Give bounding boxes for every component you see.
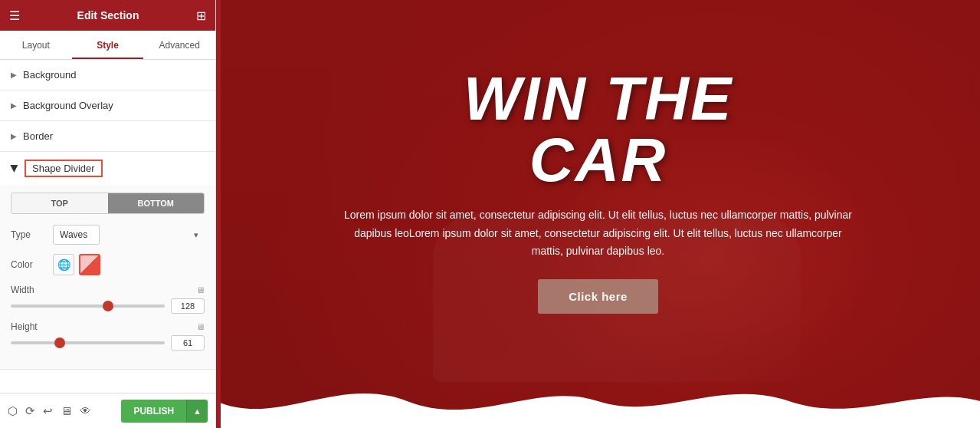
height-slider[interactable] [11, 341, 165, 344]
shape-divider-content: TOP BOTTOM Type None Waves Tilt Triangle… [0, 185, 215, 369]
shape-divider-header[interactable]: ▶ Shape Divider [0, 152, 215, 185]
chevron-icon-3: ▶ [11, 132, 17, 140]
color-swatch[interactable] [79, 254, 100, 275]
border-header[interactable]: ▶ Border [0, 121, 215, 151]
color-label: Color [11, 259, 53, 270]
left-panel: ☰ Edit Section ⊞ Layout Style Advanced ▶… [0, 0, 216, 428]
history-icon[interactable]: ⟳ [25, 404, 35, 418]
width-slider[interactable] [11, 305, 165, 308]
width-value[interactable] [171, 298, 205, 314]
color-row: Color 🌐 [11, 254, 205, 275]
panel-tabs: Layout Style Advanced [0, 31, 215, 60]
grid-icon[interactable]: ⊞ [196, 8, 206, 23]
width-section: Width 🖥 [11, 285, 205, 314]
height-slider-row [11, 335, 205, 351]
chevron-icon-4: ▶ [9, 165, 21, 173]
background-overlay-section: ▶ Background Overlay [0, 91, 215, 121]
panel-title: Edit Section [77, 9, 139, 21]
desktop-icon[interactable]: 🖥 [61, 404, 72, 417]
toggle-top[interactable]: TOP [11, 193, 108, 213]
monitor-icon-height: 🖥 [196, 322, 205, 331]
background-overlay-header[interactable]: ▶ Background Overlay [0, 91, 215, 120]
background-label: Background [23, 69, 76, 81]
tab-style[interactable]: Style [72, 31, 144, 59]
shape-divider-label: Shape Divider [25, 160, 103, 177]
height-label: Height [11, 321, 193, 332]
border-section: ▶ Border [0, 121, 215, 152]
title-line2: CAR [529, 126, 667, 194]
tab-layout[interactable]: Layout [0, 31, 72, 59]
type-label: Type [11, 229, 53, 240]
chevron-icon-2: ▶ [11, 101, 17, 110]
height-label-row: Height 🖥 [11, 321, 205, 332]
toggle-bottom[interactable]: BOTTOM [108, 193, 205, 213]
canvas-left-border [216, 0, 221, 428]
main-description: Lorem ipsum dolor sit amet, consectetur … [338, 206, 859, 261]
bottom-toolbar: ⬡ ⟳ ↩ 🖥 👁 PUBLISH ▲ [0, 393, 215, 428]
background-overlay-label: Background Overlay [23, 100, 113, 111]
width-label-row: Width 🖥 [11, 285, 205, 295]
panel-topbar: ☰ Edit Section ⊞ [0, 0, 215, 31]
monitor-icon-width: 🖥 [196, 285, 205, 295]
publish-button[interactable]: PUBLISH [121, 400, 186, 423]
top-bottom-toggle: TOP BOTTOM [11, 193, 205, 214]
height-value[interactable] [171, 335, 205, 351]
color-controls: 🌐 [53, 254, 100, 275]
undo-icon[interactable]: ↩ [43, 404, 53, 418]
publish-caret-button[interactable]: ▲ [186, 400, 208, 423]
color-globe-icon[interactable]: 🌐 [53, 254, 74, 275]
canvas-content: WIN THE CAR Lorem ipsum dolor sit amet, … [216, 0, 980, 428]
border-label: Border [23, 130, 53, 142]
background-header[interactable]: ▶ Background [0, 60, 215, 90]
layers-icon[interactable]: ⬡ [8, 404, 18, 418]
background-section: ▶ Background [0, 60, 215, 91]
shape-divider-section: ▶ Shape Divider TOP BOTTOM Type None Wav… [0, 152, 215, 370]
type-row: Type None Waves Tilt Triangle Arrow Curv… [11, 225, 205, 245]
tab-advanced[interactable]: Advanced [143, 31, 215, 59]
main-title: WIN THE CAR [464, 68, 733, 191]
title-line1: WIN THE [464, 64, 733, 133]
right-canvas: WIN THE CAR Lorem ipsum dolor sit amet, … [216, 0, 980, 428]
hamburger-icon[interactable]: ☰ [9, 8, 20, 23]
publish-group: PUBLISH ▲ [121, 400, 208, 423]
width-label: Width [11, 285, 193, 295]
height-section: Height 🖥 [11, 321, 205, 351]
chevron-icon: ▶ [11, 71, 17, 79]
eye-icon[interactable]: 👁 [80, 404, 91, 417]
cta-button[interactable]: Click here [538, 279, 658, 314]
type-select[interactable]: None Waves Tilt Triangle Arrow Curve [53, 225, 100, 245]
type-dropdown-wrapper: None Waves Tilt Triangle Arrow Curve [53, 225, 205, 245]
width-slider-row [11, 298, 205, 314]
wave-divider [216, 374, 980, 428]
